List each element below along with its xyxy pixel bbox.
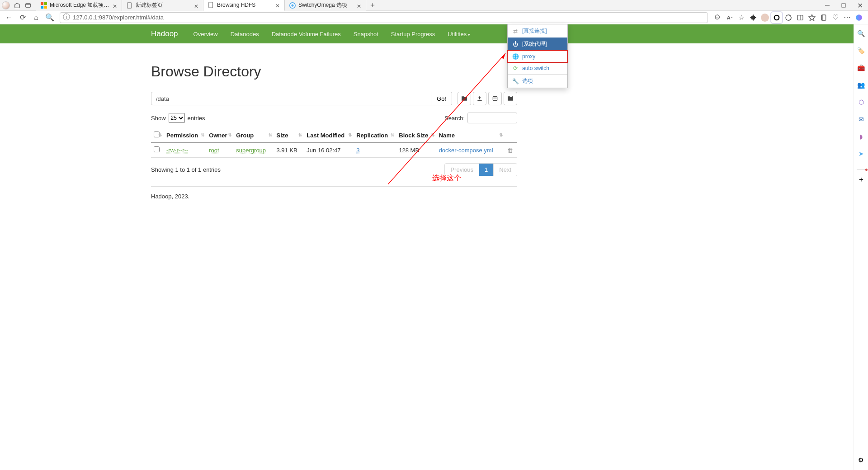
- switchyomega-popup: ⇄ [直接连接] ⏻ [系统代理] 🌐 proxy ⟳ auto switch …: [507, 24, 568, 24]
- tab-switchyomega-options[interactable]: SwitchyOmega 选项 ✕: [285, 0, 366, 11]
- minimize-button[interactable]: [819, 0, 835, 11]
- svg-rect-19: [821, 15, 826, 20]
- svg-rect-2: [41, 2, 43, 5]
- svg-point-9: [291, 4, 293, 6]
- tab-edge-addons[interactable]: Microsoft Edge 加载项 - Switchy ✕: [36, 0, 122, 11]
- zoom-out-icon[interactable]: [712, 12, 723, 23]
- refresh-button[interactable]: ⟳: [17, 12, 28, 23]
- window-titlebar: Microsoft Edge 加载项 - Switchy ✕ 新建标签页 ✕ B…: [0, 0, 868, 11]
- tab-actions-icon[interactable]: [24, 2, 32, 9]
- tab-newtab[interactable]: 新建标签页 ✕: [122, 0, 203, 11]
- tab-close-icon[interactable]: ✕: [194, 3, 198, 8]
- switchyomega-ext-icon[interactable]: [771, 12, 782, 23]
- profile-ext-icon[interactable]: [760, 12, 770, 23]
- svg-rect-11: [842, 4, 845, 7]
- browser-toolbar: ← ⟳ ⌂ 🔍 ⓘ A» ☆ ♡ ⋯: [0, 11, 868, 24]
- new-tab-button[interactable]: ＋: [366, 0, 379, 11]
- switchy-favicon-icon: [289, 2, 296, 9]
- svg-rect-5: [44, 5, 47, 8]
- close-window-button[interactable]: ✕: [852, 0, 868, 11]
- favorite-icon[interactable]: ☆: [736, 12, 747, 23]
- extensions-icon[interactable]: [748, 12, 759, 23]
- favorites-bar-icon[interactable]: [807, 12, 817, 23]
- maximize-button[interactable]: [835, 0, 852, 11]
- svg-rect-6: [127, 2, 132, 8]
- svg-rect-3: [44, 2, 47, 5]
- home-button[interactable]: ⌂: [31, 12, 42, 23]
- back-button[interactable]: ←: [4, 12, 14, 23]
- svg-rect-4: [41, 5, 43, 8]
- svg-rect-0: [26, 3, 31, 7]
- address-bar[interactable]: ⓘ: [60, 12, 708, 23]
- window-controls: ✕: [819, 0, 868, 11]
- more-menu-icon[interactable]: ⋯: [842, 12, 853, 23]
- split-screen-icon[interactable]: [795, 12, 806, 23]
- url-input[interactable]: [73, 14, 705, 21]
- tab-close-icon[interactable]: ✕: [113, 3, 117, 8]
- toolbar-right: A» ☆ ♡ ⋯: [712, 12, 864, 23]
- read-aloud-icon[interactable]: A»: [724, 12, 735, 23]
- search-button[interactable]: 🔍: [44, 12, 55, 23]
- svg-point-21: [856, 14, 862, 21]
- svg-point-14: [774, 15, 779, 20]
- browser-essentials-icon[interactable]: [783, 12, 794, 23]
- copilot-icon[interactable]: [854, 12, 864, 23]
- page-favicon-icon: [208, 2, 214, 8]
- tab-label: Microsoft Edge 加载项 - Switchy: [50, 1, 110, 9]
- titlebar-left: [2, 1, 32, 9]
- page-favicon-icon: [127, 2, 133, 9]
- site-info-icon[interactable]: ⓘ: [63, 13, 70, 22]
- tab-close-icon[interactable]: ✕: [357, 3, 361, 8]
- svg-marker-18: [809, 14, 815, 20]
- ms-favicon-icon: [41, 2, 47, 9]
- tab-label: SwitchyOmega 选项: [298, 1, 354, 9]
- svg-rect-7: [209, 2, 213, 8]
- performance-icon[interactable]: ♡: [830, 12, 841, 23]
- collections-icon[interactable]: [818, 12, 829, 23]
- workspaces-icon[interactable]: [14, 2, 21, 9]
- profile-avatar-icon[interactable]: [2, 1, 10, 9]
- tab-strip: Microsoft Edge 加载项 - Switchy ✕ 新建标签页 ✕ B…: [36, 0, 379, 11]
- tab-browsing-hdfs[interactable]: Browsing HDFS ✕: [203, 0, 285, 11]
- tab-close-icon[interactable]: ✕: [275, 3, 280, 7]
- tab-label: Browsing HDFS: [217, 2, 273, 8]
- tab-label: 新建标签页: [136, 1, 191, 9]
